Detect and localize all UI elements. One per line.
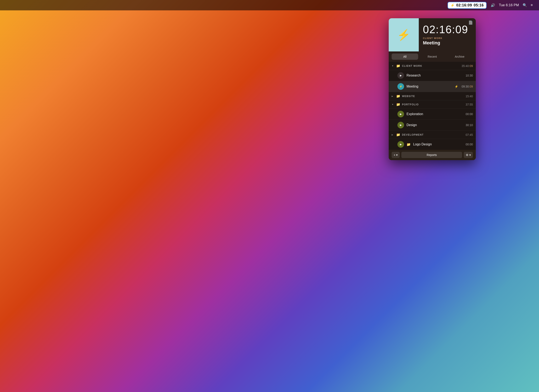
group-name-website: WEBSITE (402, 95, 464, 98)
tab-all[interactable]: All (392, 53, 418, 60)
menubar-elapsed-time: 02:16:09 (456, 3, 472, 7)
item-name-meeting: Meeting (407, 85, 452, 88)
item-time-meeting: 09:30:09 (462, 85, 473, 88)
group-development[interactable]: ▶ 📁 DEVELOPMENT 07:45 (389, 131, 476, 139)
group-portfolio[interactable]: ▼ 📁 PORTFOLIO 37:55 (389, 100, 476, 108)
timer-icon-area: ⚡ (389, 18, 419, 51)
timer-list: ▼ 📁 CLIENT WORK 35:40:09 ▶ Research 10:3… (389, 62, 476, 150)
menubar-bolt-icon: ⚡ (451, 3, 455, 7)
timer-popup: ⚡ 📄 02:16:09 CLIENT WORK Meeting All Rec… (389, 18, 476, 160)
item-name-exploration: Exploration (407, 112, 463, 116)
group-website[interactable]: ▶ 📁 WEBSITE 15:40 (389, 92, 476, 100)
document-icon[interactable]: 📄 (468, 20, 473, 25)
group-time-portfolio: 37:55 (466, 103, 473, 106)
menubar-today-time: 05:16 (474, 3, 484, 7)
group-time-client-work: 35:40:09 (462, 64, 473, 68)
menubar-timer-badge[interactable]: ⚡ 02:16:09 05:16 (448, 2, 487, 9)
folder-icon-development: 📁 (396, 133, 400, 137)
chevron-right-icon-dev: ▶ (392, 134, 395, 136)
item-time-logo-design: 00:00 (466, 143, 473, 146)
folder-icon-website: 📁 (396, 94, 400, 98)
timer-project-label: CLIENT WORK (423, 37, 472, 39)
play-button-logo-design[interactable]: ▶ (397, 141, 404, 148)
bottom-toolbar: + ▾ Reports ⚙ ▾ (389, 150, 476, 160)
group-name-portfolio: PORTFOLIO (402, 103, 464, 106)
menubar-clock: Tue 6:16 PM (499, 3, 519, 7)
list-item-research[interactable]: ▶ Research 10:30 (389, 70, 476, 81)
chevron-down-icon: ▼ (392, 65, 395, 67)
group-client-work[interactable]: ▼ 📁 CLIENT WORK 35:40:09 (389, 62, 476, 70)
timer-display-area: 📄 02:16:09 CLIENT WORK Meeting (419, 18, 476, 51)
add-chevron-icon: ▾ (396, 153, 398, 157)
group-time-website: 15:40 (466, 95, 473, 98)
tab-bar: All Recent Archive (389, 51, 476, 62)
reports-button[interactable]: Reports (401, 152, 462, 158)
meeting-bolt-icon: ⚡ (455, 85, 458, 88)
chevron-down-icon-portfolio: ▼ (392, 103, 395, 106)
group-time-development: 07:45 (466, 133, 473, 136)
add-icon: + (394, 153, 395, 157)
chevron-right-icon-website: ▶ (392, 95, 395, 97)
add-button[interactable]: + ▾ (392, 152, 400, 158)
play-button-research[interactable]: ▶ (397, 72, 404, 79)
timer-header: ⚡ 📄 02:16:09 CLIENT WORK Meeting (389, 18, 476, 51)
list-item-exploration[interactable]: ▶ Exploration 00:00 (389, 109, 476, 120)
settings-button[interactable]: ⚙ ▾ (464, 152, 473, 158)
timer-big-time: 02:16:09 (423, 24, 472, 35)
volume-icon: 🔊 (491, 3, 495, 7)
tab-archive[interactable]: Archive (446, 53, 473, 60)
item-name-logo-design: Logo Design (413, 142, 463, 146)
list-item-design[interactable]: ▶ Design 30:10 (389, 120, 476, 131)
settings-chevron-icon: ▾ (469, 153, 471, 157)
menubar: ⚡ 02:16:09 05:16 🔊 Tue 6:16 PM 🔍 ≡ (0, 0, 539, 10)
timer-task-name: Meeting (423, 40, 472, 46)
group-name-development: DEVELOPMENT (402, 133, 464, 136)
play-button-meeting[interactable]: ⚡ (397, 83, 404, 90)
item-name-research: Research (407, 74, 463, 77)
item-time-research: 10:30 (466, 74, 473, 77)
group-name-client-work: CLIENT WORK (402, 64, 460, 68)
folder-icon-client-work: 📁 (396, 64, 400, 68)
menu-icon[interactable]: ≡ (531, 3, 533, 7)
play-button-exploration[interactable]: ▶ (397, 111, 404, 117)
settings-gear-icon: ⚙ (466, 153, 468, 157)
list-item-logo-design[interactable]: ▶ 📁 Logo Design 00:00 (389, 139, 476, 150)
folder-icon-logo: 📁 (407, 142, 411, 146)
item-time-design: 30:10 (466, 123, 473, 127)
play-button-design[interactable]: ▶ (397, 122, 404, 128)
timer-header-bolt-icon: ⚡ (397, 29, 410, 41)
tab-recent[interactable]: Recent (419, 53, 446, 60)
search-icon[interactable]: 🔍 (523, 3, 527, 7)
folder-icon-portfolio: 📁 (396, 102, 400, 106)
item-time-exploration: 00:00 (466, 112, 473, 116)
list-item-meeting[interactable]: ⚡ Meeting ⚡ 09:30:09 (389, 81, 476, 92)
menubar-right-controls: 🔊 Tue 6:16 PM 🔍 ≡ (491, 3, 533, 7)
item-name-design: Design (407, 123, 463, 127)
